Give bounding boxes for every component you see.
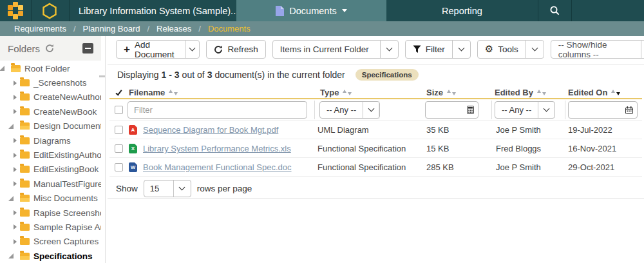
folder-tree-item[interactable]: Sample Rapise Aut [0, 220, 101, 234]
sort-ascending-icon[interactable] [611, 90, 615, 93]
breadcrumb-planning-board[interactable]: Planning Board [83, 24, 140, 34]
expand-arrow-icon[interactable] [12, 138, 20, 143]
edited-by-filter-dropdown-button[interactable] [538, 102, 554, 118]
sort-descending-icon[interactable] [348, 92, 352, 95]
items-scope-dropdown-button[interactable] [380, 41, 398, 58]
folder-tree-item[interactable]: Rapise Screenshots [0, 206, 101, 220]
expand-arrow-icon[interactable] [12, 109, 20, 114]
column-header-type[interactable]: Type [320, 85, 352, 99]
sort-descending-icon[interactable] [452, 92, 456, 95]
project-selector-button[interactable]: Library Information System (Sample)... [79, 0, 249, 21]
sidebar-resize-grip[interactable] [99, 75, 105, 77]
folder-tree-item[interactable]: EditExistingAuthor [0, 148, 101, 162]
document-edited-by: Joe P Smith [496, 121, 541, 139]
sort-descending-active-icon[interactable] [616, 92, 620, 95]
documents-main-panel: Add Document Refresh Items in Current Fo… [109, 36, 644, 263]
tab-documents[interactable]: Documents [236, 0, 386, 21]
folder-tree-item[interactable]: Misc Documents [0, 191, 101, 206]
column-label: Type [320, 88, 339, 97]
folder-tree-item[interactable]: CreateNewBook [0, 104, 101, 119]
expand-arrow-icon[interactable] [12, 181, 20, 186]
collapse-arrow-icon[interactable] [12, 196, 20, 201]
size-filter-input[interactable] [426, 105, 462, 115]
calendar-icon[interactable] [621, 106, 637, 114]
filter-funnel-icon [413, 45, 421, 54]
collapse-arrow-icon[interactable] [12, 124, 20, 129]
add-document-button[interactable]: Add Document [117, 41, 185, 58]
add-document-dropdown-button[interactable] [185, 41, 199, 58]
expand-arrow-icon[interactable] [12, 95, 20, 100]
type-filter-dropdown-button[interactable] [363, 102, 379, 118]
column-header-edited-by[interactable]: Edited By [495, 85, 546, 99]
sort-descending-icon[interactable] [174, 92, 178, 95]
rows-per-page-select[interactable]: 15 [144, 180, 191, 197]
filter-button[interactable]: Filter [406, 41, 452, 58]
xls-file-icon [129, 144, 137, 153]
sort-descending-icon[interactable] [542, 92, 546, 95]
document-link[interactable]: Sequence Diagram for Book Mgt.pdf [143, 125, 278, 135]
filter-label: Filter [426, 44, 445, 54]
filter-row-checkbox[interactable] [115, 106, 123, 114]
row-checkbox[interactable] [115, 144, 123, 153]
type-filter-select[interactable]: -- Any -- [319, 101, 380, 119]
search-icon [549, 5, 560, 16]
breadcrumb-requirements[interactable]: Requirements [14, 24, 66, 34]
refresh-folders-icon[interactable] [45, 44, 54, 53]
row-checkbox[interactable] [115, 126, 123, 134]
expand-arrow-icon[interactable] [12, 210, 20, 215]
filename-filter-input[interactable] [128, 105, 307, 115]
tools-button[interactable]: Tools [478, 41, 526, 58]
document-link[interactable]: Library System Performance Metrics.xls [143, 144, 291, 153]
folder-tree-item[interactable]: CreateNewAuthor [0, 90, 101, 104]
document-link[interactable]: Book Management Functional Spec.doc [143, 162, 292, 172]
column-header-filename[interactable]: Filename [129, 85, 178, 99]
row-checkbox[interactable] [115, 163, 123, 171]
folder-label: Sample Rapise Aut [33, 222, 101, 232]
expand-arrow-icon[interactable] [12, 167, 20, 172]
folder-tree-item-selected[interactable]: Specifications [0, 249, 101, 263]
expand-arrow-icon[interactable] [12, 153, 20, 158]
show-hide-columns-value: -- Show/hide columns -- [551, 41, 641, 58]
folder-tree-item-root[interactable]: Root Folder [0, 61, 101, 75]
expand-arrow-icon[interactable] [12, 81, 20, 86]
select-all-check-icon[interactable] [117, 85, 120, 99]
refresh-button[interactable]: Refresh [206, 40, 265, 59]
filter-dropdown-button[interactable] [452, 41, 470, 58]
tab-reporting[interactable]: Reporting [386, 0, 538, 21]
edited-on-filter-input[interactable] [569, 105, 621, 115]
top-navigation-bar: Library Information System (Sample)... D… [0, 0, 644, 21]
column-header-edited-on[interactable]: Edited On [568, 85, 620, 99]
breadcrumb-releases[interactable]: Releases [156, 24, 191, 34]
folder-tree-item[interactable]: _Screenshots [0, 75, 101, 90]
edited-by-filter-value: -- Any -- [495, 102, 538, 118]
search-button[interactable] [538, 0, 572, 21]
calculator-icon[interactable] [462, 106, 478, 114]
rows-per-page-dropdown-button[interactable] [173, 180, 191, 197]
document-edited-on: 19-Jul-2022 [568, 121, 612, 139]
collapse-sidebar-button[interactable] [82, 43, 93, 54]
folder-tree-item[interactable]: Diagrams [0, 133, 101, 148]
column-header-size[interactable]: Size [426, 85, 456, 99]
folder-icon [20, 108, 30, 115]
items-scope-select[interactable]: Items in Current Folder [272, 40, 399, 59]
workspace-hexagon-icon[interactable] [41, 2, 59, 19]
expand-arrow-icon[interactable] [12, 224, 20, 229]
folder-tree-item[interactable]: Screen Captures [0, 235, 101, 249]
tools-dropdown-button[interactable] [526, 41, 544, 58]
sort-ascending-icon[interactable] [169, 90, 173, 93]
sort-ascending-icon[interactable] [537, 90, 541, 93]
collapse-arrow-icon[interactable] [3, 66, 11, 71]
folder-tree-item[interactable]: Design Documents [0, 119, 101, 133]
show-hide-columns-dropdown-button[interactable] [641, 41, 644, 58]
edited-by-filter-select[interactable]: -- Any -- [495, 101, 555, 119]
app-logo-icon[interactable] [6, 2, 25, 19]
show-hide-columns-select[interactable]: -- Show/hide columns -- [551, 40, 644, 59]
sort-ascending-icon[interactable] [447, 90, 451, 93]
folder-tree-item[interactable]: EditExistingBook [0, 162, 101, 177]
sort-ascending-icon[interactable] [343, 90, 346, 93]
folder-label: Specifications [33, 251, 93, 261]
collapse-arrow-icon[interactable] [12, 253, 20, 258]
expand-arrow-icon[interactable] [12, 239, 20, 244]
breadcrumb-separator: / [147, 24, 149, 34]
folder-tree-item[interactable]: ManualTestFigures [0, 177, 101, 191]
